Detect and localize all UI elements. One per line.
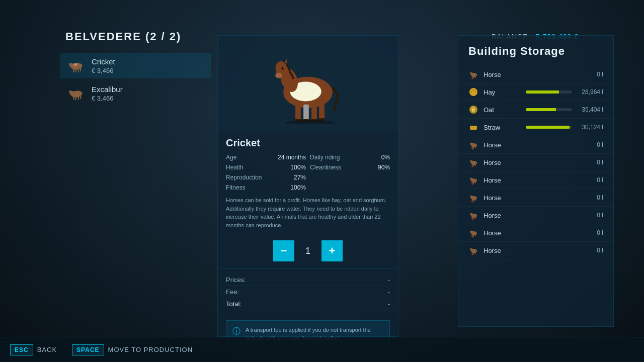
svg-point-70 <box>472 184 473 185</box>
stat-reproduction: Reproduction 27% <box>226 173 306 182</box>
storage-item-4: Horse 0 l <box>458 136 613 154</box>
storage-item-9: Horse 0 l <box>458 224 613 242</box>
svg-line-7 <box>80 67 81 71</box>
storage-name-9: Horse <box>484 229 576 237</box>
storage-bar-3 <box>526 126 572 129</box>
animal-item-cricket[interactable]: Cricket € 3,466 <box>60 53 211 78</box>
svg-line-61 <box>473 164 474 167</box>
storage-icon-4 <box>468 140 478 150</box>
svg-point-22 <box>282 67 284 69</box>
svg-point-73 <box>470 196 472 198</box>
move-to-production-label: MOVE TO PRODUCTION <box>108 346 193 353</box>
storage-amount-3: 30,124 l <box>576 124 603 131</box>
horse-display <box>218 36 398 131</box>
svg-line-6 <box>78 68 79 72</box>
storage-item-3: Straw 30,124 l <box>458 119 613 136</box>
svg-text:⊙: ⊙ <box>472 90 475 95</box>
svg-point-36 <box>470 72 472 74</box>
svg-rect-27 <box>311 104 317 121</box>
storage-bar-fill-1 <box>526 90 559 94</box>
svg-line-89 <box>473 235 474 237</box>
storage-icon-10 <box>468 245 478 255</box>
storage-item-6: Horse 0 l <box>458 171 613 189</box>
storage-amount-10: 0 l <box>576 247 603 254</box>
info-icon: ⓘ <box>232 326 240 337</box>
price-section: Prices: - Fee: - Total: - <box>218 268 398 315</box>
space-key: SPACE <box>72 344 104 355</box>
svg-point-98 <box>472 254 473 255</box>
svg-point-52 <box>470 143 472 145</box>
stats-grid: Age 24 months Daily riding 0% Health 100… <box>218 153 398 192</box>
increase-button[interactable]: + <box>321 240 343 261</box>
svg-line-15 <box>78 96 79 100</box>
svg-line-54 <box>473 147 474 149</box>
svg-line-38 <box>473 76 474 79</box>
storage-bar-1 <box>526 90 572 94</box>
svg-rect-26 <box>303 105 309 121</box>
svg-point-59 <box>470 160 472 162</box>
svg-rect-12 <box>69 93 70 94</box>
storage-name-4: Horse <box>484 141 576 149</box>
back-label: BACK <box>37 346 57 353</box>
storage-icon-3 <box>468 122 478 132</box>
stat-health: Health 100% <box>226 163 306 172</box>
storage-amount-2: 35,404 l <box>576 106 603 113</box>
storage-icon-1: ⊙ <box>468 87 478 97</box>
quantity-section: − 1 + <box>218 233 398 268</box>
storage-item-1: ⊙ Hay 28,964 l <box>458 83 613 101</box>
storage-amount-9: 0 l <box>576 229 603 236</box>
animal-detail-panel: Cricket Age 24 months Daily riding 0% He… <box>217 35 398 337</box>
storage-icon-8 <box>468 210 478 220</box>
svg-point-21 <box>275 73 282 78</box>
storage-item-0: Horse 0 l <box>458 66 613 83</box>
svg-text:✿: ✿ <box>471 108 475 113</box>
storage-name-1: Hay <box>484 88 526 96</box>
storage-bar-2 <box>526 108 572 111</box>
storage-name-2: Oat <box>484 106 526 114</box>
svg-marker-24 <box>285 59 287 63</box>
space-binding: SPACE MOVE TO PRODUCTION <box>72 344 193 355</box>
svg-rect-47 <box>470 126 477 130</box>
prices-row: Prices: - <box>226 274 390 286</box>
storage-icon-0 <box>468 69 478 79</box>
svg-line-68 <box>473 182 474 185</box>
animal-item-excalibur[interactable]: Excalibur € 3,466 <box>60 80 211 106</box>
storage-icon-9 <box>468 228 478 238</box>
cricket-details: Cricket € 3,466 <box>92 57 115 74</box>
svg-point-87 <box>470 231 472 233</box>
storage-item-7: Horse 0 l <box>458 189 613 207</box>
storage-name-10: Horse <box>484 247 576 254</box>
esc-binding: ESC BACK <box>10 344 57 355</box>
total-row: Total: - <box>226 298 390 310</box>
storage-name-7: Horse <box>484 194 576 202</box>
storage-item-2: ✿ Oat 35,404 l <box>458 101 613 119</box>
storage-bar-fill-3 <box>526 126 570 129</box>
storage-list: Horse 0 l ⊙ Hay 28,964 l ✿ <box>458 66 613 259</box>
storage-amount-7: 0 l <box>576 194 603 201</box>
storage-name-6: Horse <box>484 176 576 184</box>
animal-description: Horses can be sold for a profit. Horses … <box>218 192 398 233</box>
storage-item-5: Horse 0 l <box>458 154 613 171</box>
svg-point-23 <box>283 67 284 68</box>
storage-amount-8: 0 l <box>576 212 603 219</box>
bottom-bar: ESC BACK SPACE MOVE TO PRODUCTION <box>0 337 644 362</box>
svg-point-77 <box>472 201 473 203</box>
storage-amount-0: 0 l <box>576 71 603 78</box>
svg-rect-25 <box>295 104 301 121</box>
storage-name-5: Horse <box>484 159 576 166</box>
svg-point-94 <box>470 248 472 250</box>
quantity-display: 1 <box>300 246 315 256</box>
animal-list-panel: Cricket € 3,466 Excalibur <box>0 35 216 337</box>
storage-icon-6 <box>468 175 478 185</box>
horse-image <box>263 43 353 124</box>
storage-item-8: Horse 0 l <box>458 207 613 224</box>
decrease-button[interactable]: − <box>273 240 294 261</box>
storage-bar-fill-2 <box>526 108 556 111</box>
storage-amount-5: 0 l <box>576 159 603 166</box>
cricket-icon <box>65 57 86 74</box>
excalibur-details: Excalibur € 3,466 <box>92 85 123 102</box>
svg-rect-28 <box>319 103 325 120</box>
esc-key: ESC <box>10 344 33 355</box>
svg-line-96 <box>473 252 474 255</box>
storage-icon-7 <box>468 193 478 203</box>
